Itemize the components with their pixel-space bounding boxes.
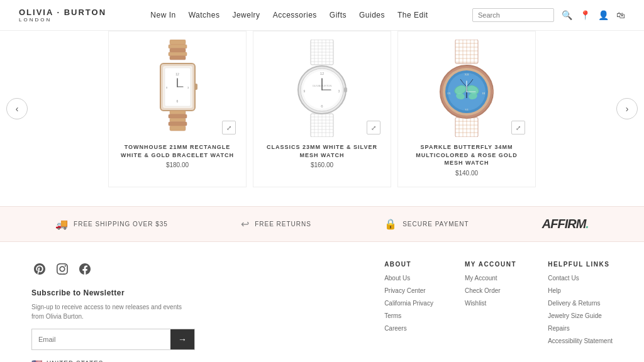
nav-gifts[interactable]: Gifts: [330, 11, 347, 19]
benefit-payment: 🔒 SECURE PAYMENT: [384, 218, 469, 230]
svg-rect-2: [170, 48, 186, 52]
watch-image-2: 12 3 6 9 OLIVIA BURTON: [284, 40, 360, 137]
svg-text:III: III: [482, 92, 486, 95]
svg-text:XII: XII: [465, 73, 469, 76]
email-input[interactable]: [32, 329, 170, 349]
footer-top: Subscribe to Newsletter Sign-up to recei…: [31, 261, 613, 362]
svg-rect-16: [169, 114, 187, 118]
svg-rect-85: [491, 89, 494, 94]
footer-link-terms[interactable]: Terms: [384, 312, 433, 321]
carousel-next-button[interactable]: ›: [616, 98, 638, 119]
social-instagram[interactable]: [54, 261, 70, 277]
footer-social-icons: [31, 261, 195, 277]
nav-the-edit[interactable]: The Edit: [397, 11, 428, 19]
footer-col-helpful-heading: HELPFUL LINKS: [548, 261, 613, 268]
country-flag: 🇺🇸: [31, 359, 43, 362]
product-carousel: ‹: [0, 31, 644, 206]
svg-text:VI: VI: [465, 108, 469, 111]
product-image-area: XII III VI IX: [404, 38, 529, 138]
footer-col-helpful: HELPFUL LINKS Contact Us Help Delivery &…: [548, 261, 613, 349]
returns-icon: ↩: [241, 218, 250, 230]
products-grid: 12 3 6 9: [108, 31, 536, 187]
country-selector[interactable]: 🇺🇸 UNITED STATES ▾: [31, 359, 195, 362]
product-name-1: TOWNHOUSE 21MM RECTANGLE WHITE & GOLD BR…: [118, 143, 237, 159]
svg-text:3: 3: [338, 89, 340, 93]
footer-link-contact-us[interactable]: Contact Us: [548, 274, 613, 283]
location-icon[interactable]: 📍: [580, 10, 591, 20]
search-input[interactable]: [472, 8, 554, 22]
footer-link-privacy-center[interactable]: Privacy Center: [384, 287, 433, 295]
svg-rect-43: [344, 87, 347, 92]
footer-col-about: ABOUT About Us Privacy Center California…: [384, 261, 433, 349]
benefit-returns: ↩ FREE RETURNS: [241, 218, 311, 230]
product-image-area: 12 3 6 9 OLIVIA BURTON: [260, 38, 384, 138]
footer-link-my-account[interactable]: My Account: [465, 274, 516, 283]
nav-jewelry[interactable]: Jewelry: [232, 11, 260, 19]
expand-icon-3[interactable]: ⤢: [511, 121, 525, 134]
benefit-shipping: 🚚 FREE SHIPPING OVER $35: [55, 218, 168, 230]
svg-text:IX: IX: [447, 92, 451, 95]
svg-rect-3: [169, 52, 187, 56]
expand-icon-2[interactable]: ⤢: [367, 121, 380, 134]
benefit-returns-label: FREE RETURNS: [255, 221, 311, 228]
social-pinterest[interactable]: [31, 261, 48, 277]
footer-link-about-us[interactable]: About Us: [384, 274, 433, 283]
account-icon[interactable]: 👤: [598, 10, 609, 20]
svg-rect-19: [170, 126, 186, 131]
footer-link-accessibility[interactable]: Accessibility Statement: [548, 337, 613, 346]
nav-new-in[interactable]: New In: [150, 11, 175, 19]
footer: Subscribe to Newsletter Sign-up to recei…: [0, 242, 644, 362]
footer-link-california-privacy[interactable]: California Privacy: [384, 299, 433, 308]
social-facebook[interactable]: [77, 261, 93, 277]
svg-rect-18: [169, 122, 187, 126]
footer-section: Subscribe to Newsletter Sign-up to recei…: [0, 242, 644, 362]
secure-icon: 🔒: [384, 218, 397, 230]
svg-rect-14: [194, 84, 197, 90]
product-price-3: $140.00: [404, 170, 529, 177]
logo-title: OLIVIA · BURTON: [19, 8, 106, 17]
svg-rect-0: [170, 40, 186, 45]
svg-text:12: 12: [175, 72, 179, 76]
nav-guides[interactable]: Guides: [359, 11, 385, 19]
benefits-bar: 🚚 FREE SHIPPING OVER $35 ↩ FREE RETURNS …: [0, 206, 644, 242]
product-name-2: CLASSICS 23MM WHITE & SILVER MESH WATCH: [262, 143, 382, 159]
watch-image-3: XII III VI IX: [426, 40, 508, 137]
footer-link-help[interactable]: Help: [548, 287, 613, 295]
expand-icon-1[interactable]: ⤢: [222, 121, 236, 134]
cart-icon[interactable]: 🛍: [616, 10, 625, 20]
nav-accessories[interactable]: Accessories: [273, 11, 317, 19]
svg-rect-1: [169, 45, 187, 48]
svg-rect-4: [170, 56, 186, 60]
footer-link-check-order[interactable]: Check Order: [465, 287, 516, 295]
product-price-1: $180.00: [115, 162, 240, 168]
logo: OLIVIA · BURTON LONDON: [19, 8, 106, 23]
shipping-icon: 🚚: [55, 218, 69, 230]
footer-col-about-heading: ABOUT: [384, 261, 433, 268]
newsletter-description: Sign-up to receive access to new release…: [31, 302, 195, 321]
footer-left: Subscribe to Newsletter Sign-up to recei…: [31, 261, 195, 362]
footer-link-delivery-returns[interactable]: Delivery & Returns: [548, 299, 613, 308]
svg-rect-17: [170, 118, 186, 122]
footer-link-careers[interactable]: Careers: [384, 324, 433, 333]
email-submit-button[interactable]: →: [170, 329, 194, 349]
newsletter-title: Subscribe to Newsletter: [31, 288, 195, 297]
header: OLIVIA · BURTON LONDON New In Watches Je…: [0, 0, 644, 31]
watch-image-1: 12 3 6 9: [151, 40, 204, 137]
footer-links: ABOUT About Us Privacy Center California…: [220, 261, 613, 349]
nav-watches[interactable]: Watches: [189, 11, 220, 19]
svg-text:12: 12: [320, 72, 325, 75]
product-price-2: $160.00: [260, 162, 384, 168]
logo-subtitle: LONDON: [19, 17, 52, 23]
footer-link-repairs[interactable]: Repairs: [548, 324, 613, 333]
search-button[interactable]: 🔍: [562, 10, 572, 20]
benefit-payment-label: SECURE PAYMENT: [402, 221, 469, 228]
product-card: 12 3 6 9: [108, 31, 247, 187]
main-nav: New In Watches Jewelry Accessories Gifts…: [150, 11, 428, 19]
footer-link-wishlist[interactable]: Wishlist: [465, 299, 516, 308]
header-icons: 🔍 📍 👤 🛍: [472, 8, 625, 22]
affirm-logo: affirm.: [542, 217, 589, 231]
product-image-area: 12 3 6 9: [115, 38, 240, 138]
footer-link-jewelry-size-guide[interactable]: Jewelry Size Guide: [548, 312, 613, 321]
svg-rect-15: [170, 111, 186, 114]
carousel-prev-button[interactable]: ‹: [6, 98, 28, 119]
